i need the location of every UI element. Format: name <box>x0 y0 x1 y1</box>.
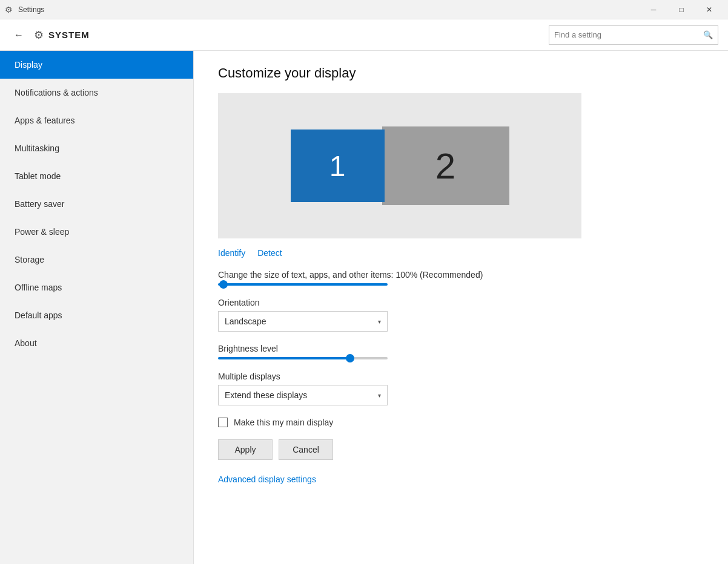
search-box[interactable]: 🔍 <box>549 25 718 45</box>
titlebar-title: Settings <box>18 5 640 14</box>
back-button[interactable]: ← <box>10 26 28 44</box>
app-header: ← ⚙ SYSTEM 🔍 <box>0 19 728 51</box>
app-body: Display Notifications & actions Apps & f… <box>0 51 728 564</box>
sidebar-item-multitasking[interactable]: Multitasking <box>0 134 193 162</box>
header-title: SYSTEM <box>48 30 549 40</box>
multiple-displays-value: Extend these displays <box>225 390 307 400</box>
minimize-button[interactable]: ─ <box>640 0 667 19</box>
chevron-down-icon: ▾ <box>378 392 381 399</box>
sidebar-item-label: About <box>15 338 37 348</box>
sidebar-item-about[interactable]: About <box>0 329 193 357</box>
system-icon: ⚙ <box>34 28 44 42</box>
search-icon: 🔍 <box>703 30 713 39</box>
brightness-slider-thumb[interactable] <box>346 354 354 362</box>
orientation-label: Orientation <box>218 298 704 307</box>
main-display-row: Make this my main display <box>218 418 704 427</box>
page-title: Customize your display <box>218 65 704 81</box>
sidebar-item-label: Storage <box>15 255 44 264</box>
main-content: Customize your display 1 2 Identify Dete… <box>194 51 728 564</box>
detect-button[interactable]: Detect <box>257 248 282 258</box>
sidebar-item-label: Notifications & actions <box>15 88 98 97</box>
sidebar-item-label: Display <box>15 60 42 70</box>
monitor-1-label: 1 <box>329 149 346 183</box>
search-input[interactable] <box>554 30 703 39</box>
sidebar-item-battery[interactable]: Battery saver <box>0 190 193 218</box>
advanced-display-settings-link[interactable]: Advanced display settings <box>218 474 316 484</box>
chevron-down-icon: ▾ <box>378 318 381 325</box>
back-icon: ← <box>14 30 24 41</box>
sidebar-item-label: Default apps <box>15 310 62 320</box>
main-display-checkbox[interactable] <box>218 418 228 427</box>
display-links: Identify Detect <box>218 248 704 258</box>
sidebar-item-storage[interactable]: Storage <box>0 246 193 274</box>
text-size-slider-thumb[interactable] <box>219 280 228 289</box>
sidebar-item-label: Power & sleep <box>15 227 69 237</box>
text-size-slider-track[interactable] <box>218 283 388 286</box>
text-size-label: Change the size of text, apps, and other… <box>218 270 704 280</box>
sidebar-item-display[interactable]: Display <box>0 51 193 79</box>
monitor-2-label: 2 <box>435 145 455 187</box>
orientation-value: Landscape <box>225 316 266 326</box>
sidebar: Display Notifications & actions Apps & f… <box>0 51 194 564</box>
monitor-1[interactable]: 1 <box>291 130 385 202</box>
main-display-label: Make this my main display <box>234 418 333 427</box>
sidebar-item-label: Battery saver <box>15 199 64 209</box>
cancel-button[interactable]: Cancel <box>279 439 333 460</box>
identify-button[interactable]: Identify <box>218 248 245 258</box>
apply-button[interactable]: Apply <box>218 439 273 460</box>
brightness-slider-track[interactable] <box>218 357 388 359</box>
multiple-displays-dropdown[interactable]: Extend these displays ▾ <box>218 385 388 405</box>
sidebar-item-offline-maps[interactable]: Offline maps <box>0 274 193 301</box>
sidebar-item-notifications[interactable]: Notifications & actions <box>0 79 193 107</box>
maximize-button[interactable]: □ <box>667 0 695 19</box>
brightness-label: Brightness level <box>218 344 704 353</box>
sidebar-item-default-apps[interactable]: Default apps <box>0 301 193 329</box>
brightness-slider-container <box>218 357 704 359</box>
sidebar-item-apps[interactable]: Apps & features <box>0 107 193 134</box>
sidebar-item-label: Apps & features <box>15 116 75 125</box>
orientation-dropdown[interactable]: Landscape ▾ <box>218 311 388 332</box>
titlebar: ⚙ Settings ─ □ ✕ <box>0 0 728 19</box>
sidebar-item-label: Tablet mode <box>15 171 61 181</box>
close-button[interactable]: ✕ <box>695 0 723 19</box>
sidebar-item-power[interactable]: Power & sleep <box>0 218 193 246</box>
action-buttons: Apply Cancel <box>218 439 704 460</box>
display-preview: 1 2 <box>218 93 581 238</box>
sidebar-item-label: Multitasking <box>15 143 59 153</box>
window-controls: ─ □ ✕ <box>640 0 723 19</box>
sidebar-item-label: Offline maps <box>15 283 62 292</box>
monitor-2[interactable]: 2 <box>382 126 509 205</box>
text-size-slider-container <box>218 283 704 286</box>
settings-window-icon: ⚙ <box>5 5 15 15</box>
multiple-displays-label: Multiple displays <box>218 372 704 381</box>
sidebar-item-tablet[interactable]: Tablet mode <box>0 162 193 190</box>
